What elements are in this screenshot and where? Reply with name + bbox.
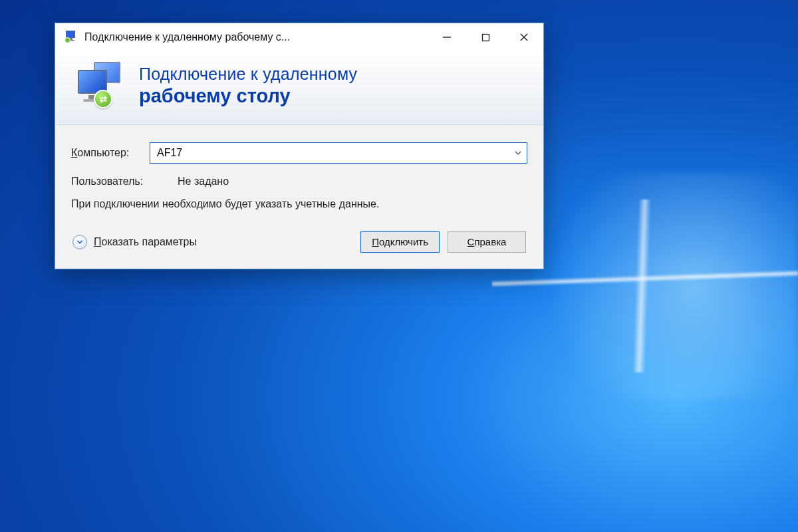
connect-button[interactable]: Подключить — [360, 231, 440, 253]
user-row: Пользователь: Не задано — [71, 176, 527, 188]
dialog-header: ⇄ Подключение к удаленному рабочему стол… — [55, 51, 543, 125]
close-button[interactable] — [505, 23, 543, 51]
window-controls — [428, 23, 543, 51]
desktop-background: Подключение к удаленному рабочему с... ⇄… — [0, 0, 798, 532]
dialog-title-line2: рабочему столу — [139, 85, 357, 107]
computer-combobox[interactable] — [150, 142, 527, 164]
dialog-title: Подключение к удаленному рабочему столу — [139, 65, 357, 107]
chevron-down-icon[interactable] — [508, 143, 527, 163]
app-icon — [65, 31, 78, 44]
help-button[interactable]: Справка — [448, 231, 526, 253]
user-label: Пользователь: — [71, 176, 178, 188]
dialog-footer: Показать параметры Подключить Справка — [71, 227, 527, 257]
rdp-window: Подключение к удаленному рабочему с... ⇄… — [55, 23, 544, 269]
chevron-down-circle-icon — [72, 235, 87, 249]
user-value: Не задано — [178, 176, 229, 188]
computer-row: Компьютер: — [71, 142, 527, 164]
computer-label: Компьютер: — [71, 147, 150, 159]
computer-input[interactable] — [150, 143, 508, 163]
credentials-hint: При подключении необходимо будет указать… — [71, 197, 417, 211]
maximize-button[interactable] — [466, 23, 505, 51]
window-title: Подключение к удаленному рабочему с... — [84, 31, 428, 43]
rdp-logo-icon: ⇄ — [71, 61, 126, 111]
dialog-body: Компьютер: Пользователь: Не задано При п… — [55, 125, 543, 269]
dialog-title-line1: Подключение к удаленному — [139, 65, 357, 84]
show-options-toggle[interactable]: Показать параметры — [72, 235, 352, 249]
svg-rect-1 — [482, 34, 489, 41]
titlebar[interactable]: Подключение к удаленному рабочему с... — [55, 23, 543, 51]
minimize-button[interactable] — [428, 23, 466, 51]
